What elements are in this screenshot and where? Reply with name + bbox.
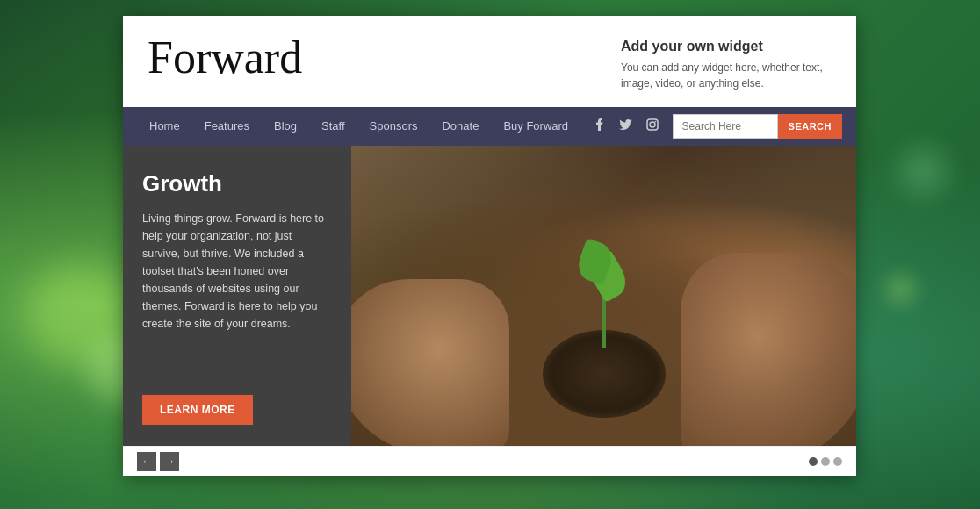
widget-title: Add your own widget [621,39,832,54]
search-button[interactable]: SEARCH [778,114,842,139]
plant-visual [525,172,683,418]
nav-features[interactable]: Features [192,107,262,146]
hero-image [351,146,856,446]
site-title: Forward [148,35,302,81]
slide-dot-2[interactable] [821,457,830,466]
nav-sponsors[interactable]: Sponsors [357,107,430,146]
bokeh-right-1 [883,132,962,211]
svg-point-1 [650,122,655,127]
svg-point-2 [654,121,656,123]
twitter-icon[interactable] [616,118,636,135]
hands-left [351,279,509,446]
search-area: SEARCH [673,114,842,139]
nav-home[interactable]: Home [137,107,192,146]
nav-links: Home Features Blog Staff Sponsors Donate… [137,107,590,146]
instagram-icon[interactable] [643,118,662,135]
hands-right [681,253,856,446]
svg-rect-0 [647,119,658,130]
site-header: Forward Add your own widget You can add … [123,16,856,107]
slide-dot-1[interactable] [809,457,818,466]
bottom-arrows: ← → [137,452,179,471]
slide-indicators [809,457,842,466]
slide-dot-3[interactable] [833,457,842,466]
bokeh-right-2 [875,263,927,316]
main-card: Forward Add your own widget You can add … [123,16,856,476]
widget-description: You can add any widget here, whether tex… [621,60,832,91]
bottom-strip: ← → [123,446,856,476]
nav-social [590,118,662,135]
nav-buy-forward[interactable]: Buy Forward [491,107,580,146]
search-input[interactable] [673,114,778,139]
nav-blog[interactable]: Blog [262,107,309,146]
hero-section: Growth Living things grow. Forward is he… [123,146,856,446]
site-navigation: Home Features Blog Staff Sponsors Donate… [123,107,856,146]
hero-body: Living things grow. Forward is here to h… [142,210,332,333]
facebook-icon[interactable] [590,118,609,135]
nav-donate[interactable]: Donate [429,107,491,146]
next-arrow[interactable]: → [160,452,179,471]
prev-arrow[interactable]: ← [137,452,156,471]
nav-staff[interactable]: Staff [309,107,357,146]
learn-more-button[interactable]: LEARN MORE [142,395,253,425]
widget-area: Add your own widget You can add any widg… [621,35,832,91]
hero-text-panel: Growth Living things grow. Forward is he… [123,146,351,446]
hero-title: Growth [142,170,332,197]
